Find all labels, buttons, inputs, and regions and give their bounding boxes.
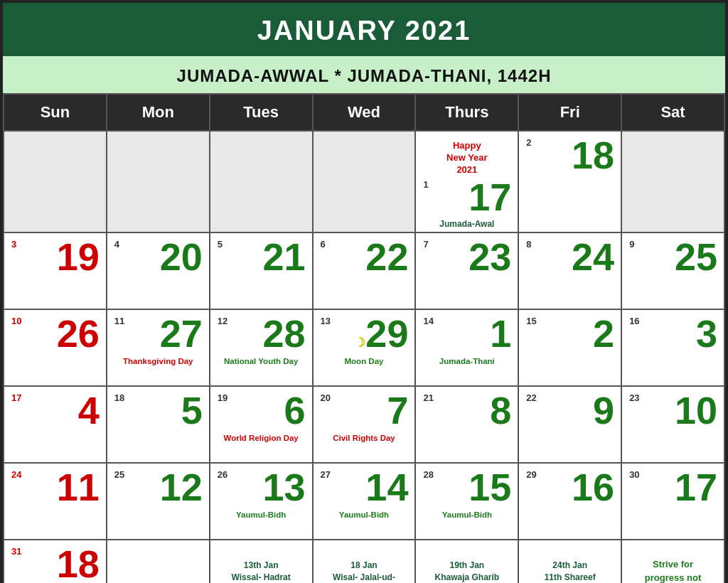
hijri-num: 9 — [523, 390, 617, 429]
note-text: 13th Jan Wissal- Hadrat Khalid Bin Walid — [228, 560, 294, 583]
event-label: Jumada-Thani — [419, 357, 514, 365]
hijri-num: 11 — [8, 466, 102, 506]
calendar: JANUARY 2021 JUMADA-AWWAL * JUMADA-THANI… — [0, 0, 728, 583]
gregorian-num: 12 — [218, 316, 228, 326]
gregorian-num: 18 — [114, 392, 124, 403]
day-cell-24: 2411 — [4, 464, 107, 540]
gregorian-num: 23 — [629, 392, 639, 403]
hijri-num: 18 — [8, 543, 102, 583]
day-cell-16: 163 — [622, 310, 725, 387]
hijri-num: 24 — [523, 236, 617, 276]
note-cell: 19th Jan Khawaja Gharib Nawaz Day — [416, 540, 519, 583]
gregorian-num: 11 — [114, 316, 124, 326]
moon-icon: ☽ — [354, 336, 365, 350]
hijri-num: 22 — [317, 236, 412, 276]
gregorian-num: 21 — [423, 392, 433, 403]
day-header-fri: Fri — [519, 95, 622, 132]
day-cell-7: 723 — [416, 233, 519, 310]
day-cell-10: 1026 — [4, 310, 107, 387]
hijri-num: 21 — [214, 236, 309, 276]
day-cell-15: 152 — [519, 310, 622, 387]
day-cell-14: 141Jumada-Thani — [416, 310, 519, 387]
event-label: Civil Rights Day — [317, 434, 412, 442]
day-header-sun: Sun — [4, 95, 107, 132]
note-text: 18 Jan Wisal- Jalal-ud- Din Rumi — [333, 560, 395, 583]
hijri-num: 13 — [214, 466, 309, 506]
hijri-num: 7 — [317, 390, 412, 429]
hijri-num: 12 — [111, 466, 205, 506]
day-cell-23: 2310 — [622, 387, 725, 464]
empty-cell — [4, 132, 107, 233]
event-label: Jumada-Awal — [419, 219, 514, 229]
note-cell — [107, 540, 210, 583]
day-cell-6: 622 — [314, 233, 417, 310]
strive-cell: Strive for progress not perfection. — [622, 540, 725, 583]
event-label: Yaumul-Bidh — [317, 510, 412, 519]
gregorian-num: 5 — [218, 239, 223, 250]
hijri-num: 23 — [419, 236, 514, 276]
event-label: National Youth Day — [214, 357, 309, 365]
gregorian-num: 2 — [526, 137, 531, 148]
hijri-num: 26 — [8, 313, 102, 353]
day-cell-3: 319 — [4, 233, 107, 310]
event-label: Thanksgiving Day — [111, 357, 205, 365]
day-header-thurs: Thurs — [416, 95, 519, 132]
day-cell-19: 196World Religion Day — [210, 387, 314, 464]
gregorian-num: 28 — [423, 469, 433, 480]
gregorian-num: 17 — [11, 392, 21, 403]
day-cell-25: 2512 — [107, 464, 210, 540]
gregorian-num: 30 — [629, 469, 639, 480]
happy-new-year-note: Happy New Year 2021 — [419, 140, 514, 176]
day-cell-5: 521 — [210, 233, 314, 310]
hijri-num: 18 — [523, 134, 617, 174]
day-cell-31: 3118 — [4, 540, 107, 583]
gregorian-num: 7 — [423, 239, 428, 250]
hijri-num: 2 — [523, 313, 617, 353]
day-cell-29: 2916 — [519, 464, 622, 540]
event-label: Yaumul-Bidh — [214, 510, 309, 519]
hijri-num: 3 — [626, 313, 720, 353]
day-cell-21: 218 — [416, 387, 519, 464]
gregorian-num: 3 — [11, 239, 16, 250]
month-header: JANUARY 2021 — [3, 3, 725, 56]
day-header-mon: Mon — [107, 95, 210, 132]
gregorian-num: 13 — [321, 316, 331, 326]
event-label: World Religion Day — [214, 434, 309, 442]
event-label: Moon Day — [317, 357, 412, 365]
gregorian-num: 29 — [526, 469, 536, 480]
day-cell-27: 2714Yaumul-Bidh — [314, 464, 417, 540]
hijri-num: 5 — [111, 390, 205, 429]
day-cell-28: 2815Yaumul-Bidh — [416, 464, 519, 540]
note-text: 19th Jan Khawaja Gharib Nawaz Day — [435, 560, 500, 583]
gregorian-num: 20 — [321, 392, 331, 403]
day-header-sat: Sat — [622, 95, 725, 132]
gregorian-num: 10 — [11, 316, 21, 326]
hijri-num: 28 — [214, 313, 309, 353]
gregorian-num: 14 — [423, 316, 433, 326]
gregorian-num: 8 — [526, 239, 531, 250]
note-cell: 13th Jan Wissal- Hadrat Khalid Bin Walid — [210, 540, 314, 583]
day-cell-30: 3017 — [622, 464, 725, 540]
day-cell-22: 229 — [519, 387, 622, 464]
day-cell-17: 174 — [4, 387, 107, 464]
day-cell-8: 824 — [519, 233, 622, 310]
gregorian-num: 4 — [114, 239, 119, 250]
hijri-num: 17 — [419, 176, 514, 216]
day-cell-26: 2613Yaumul-Bidh — [210, 464, 314, 540]
gregorian-num: 9 — [629, 239, 634, 250]
hijri-num: 15 — [419, 466, 514, 506]
day-cell-18: 185 — [107, 387, 210, 464]
empty-cell — [210, 132, 314, 233]
hijri-num: 14 — [317, 466, 412, 506]
hijri-num: 17 — [626, 466, 720, 506]
hijri-num: ☽29 — [317, 313, 412, 353]
calendar-grid: SunMonTuesWedThursFriSatHappy New Year 2… — [3, 93, 725, 583]
gregorian-num: 25 — [114, 469, 124, 480]
empty-cell — [314, 132, 417, 233]
hijri-num: 1 — [419, 313, 514, 353]
gregorian-num: 1 — [423, 179, 428, 190]
day-header-wed: Wed — [314, 95, 417, 132]
hijri-num: 27 — [111, 313, 205, 353]
gregorian-num: 19 — [218, 392, 228, 403]
gregorian-num: 22 — [526, 392, 536, 403]
